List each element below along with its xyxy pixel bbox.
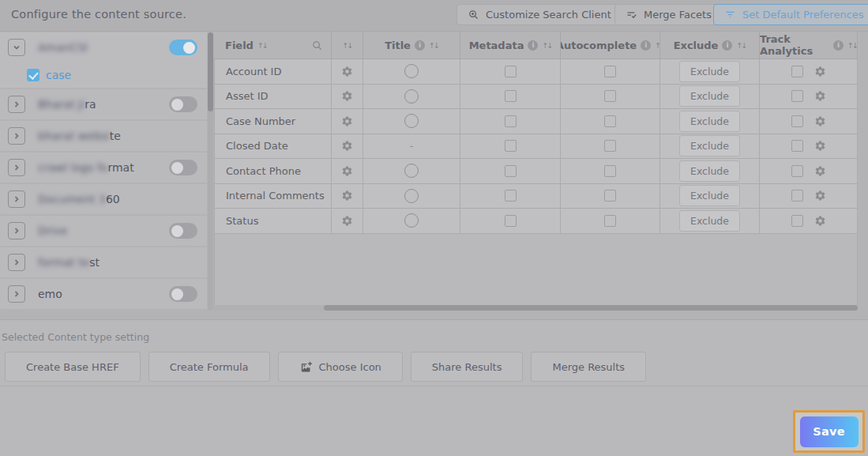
source-enabled-toggle[interactable] [169, 40, 197, 55]
title-radio[interactable] [404, 164, 419, 178]
gear-icon[interactable] [814, 215, 826, 227]
gear-icon[interactable] [814, 190, 826, 202]
sidebar-item-source-2[interactable]: Bharat Jira [0, 89, 207, 119]
chevron-right-icon[interactable] [8, 190, 25, 208]
choose-icon-button[interactable]: Choose Icon [278, 352, 403, 382]
sidebar-item-source-4[interactable]: crawl logs format [0, 153, 207, 183]
horizontal-scrollbar[interactable] [214, 305, 858, 311]
gear-icon[interactable] [814, 115, 826, 127]
chevron-right-icon[interactable] [8, 96, 25, 113]
horizontal-scrollbar-thumb[interactable] [324, 305, 858, 311]
sidebar-item-source-5[interactable]: Document 360 [0, 184, 207, 214]
sort-icon[interactable] [847, 41, 857, 50]
track-analytics-checkbox[interactable] [791, 90, 803, 102]
table-empty-area [214, 234, 858, 305]
gear-icon[interactable] [341, 165, 353, 177]
gear-icon[interactable] [341, 215, 353, 227]
info-icon[interactable] [641, 40, 651, 51]
sort-icon[interactable] [257, 41, 267, 50]
chevron-right-icon[interactable] [8, 159, 25, 176]
gear-icon[interactable] [814, 140, 826, 152]
exclude-button[interactable]: Exclude [679, 160, 740, 182]
metadata-checkbox[interactable] [505, 215, 517, 227]
metadata-checkbox[interactable] [505, 140, 517, 152]
title-radio[interactable] [404, 213, 419, 228]
sidebar-subitem-case[interactable]: case [0, 62, 207, 88]
source-enabled-toggle[interactable] [169, 96, 197, 112]
track-analytics-checkbox[interactable] [791, 66, 803, 77]
exclude-cell: Exclude [660, 59, 760, 85]
share-results-button[interactable]: Share Results [411, 352, 524, 382]
source-enabled-toggle[interactable] [169, 223, 197, 239]
set-default-preferences-button[interactable]: Set Default Preferences [713, 4, 868, 25]
info-icon[interactable] [833, 40, 844, 51]
metadata-checkbox[interactable] [505, 66, 517, 77]
chevron-right-icon[interactable] [8, 127, 25, 145]
track-analytics-checkbox[interactable] [791, 140, 803, 152]
sidebar-item-source-8[interactable]: emo [0, 279, 207, 309]
metadata-checkbox[interactable] [505, 165, 517, 177]
chevron-right-icon[interactable] [8, 285, 25, 303]
info-icon[interactable] [528, 40, 538, 51]
create-base-href-button[interactable]: Create Base HREF [5, 352, 141, 382]
info-icon[interactable] [722, 40, 732, 51]
title-radio[interactable] [404, 64, 419, 78]
search-icon[interactable] [311, 40, 323, 51]
track-analytics-checkbox[interactable] [791, 165, 803, 177]
gear-icon[interactable] [341, 115, 353, 127]
track-analytics-checkbox[interactable] [791, 115, 803, 127]
exclude-button[interactable]: Exclude [679, 185, 740, 206]
sidebar-item-source-6[interactable]: Drive [0, 216, 207, 246]
autocomplete-checkbox[interactable] [604, 140, 616, 152]
exclude-button[interactable]: Exclude [679, 135, 740, 156]
track-analytics-checkbox[interactable] [791, 215, 803, 227]
source-enabled-toggle[interactable] [169, 286, 197, 302]
exclude-button[interactable]: Exclude [679, 111, 740, 132]
autocomplete-checkbox[interactable] [604, 66, 616, 77]
sort-icon[interactable] [655, 41, 660, 50]
chevron-down-icon[interactable] [8, 39, 25, 56]
track-analytics-checkbox[interactable] [791, 190, 803, 202]
track-analytics-cell [760, 85, 858, 110]
gear-icon[interactable] [814, 90, 826, 102]
source-enabled-toggle[interactable] [169, 160, 197, 175]
gear-icon[interactable] [341, 66, 353, 77]
field-name-cell: Status [214, 209, 332, 234]
sidebar-item-source-7[interactable]: format test [0, 247, 207, 277]
save-button[interactable]: Save [800, 416, 859, 447]
sort-icon[interactable] [343, 41, 352, 50]
gear-icon[interactable] [341, 90, 353, 102]
title-radio[interactable] [404, 114, 419, 128]
merge-facets-button[interactable]: Merge Facets [614, 4, 723, 25]
metadata-checkbox[interactable] [505, 190, 517, 202]
exclude-button[interactable]: Exclude [679, 61, 740, 82]
autocomplete-checkbox[interactable] [604, 215, 616, 227]
sort-icon[interactable] [429, 41, 438, 50]
autocomplete-checkbox[interactable] [604, 165, 616, 177]
sort-icon[interactable] [736, 41, 746, 50]
gear-icon[interactable] [341, 190, 353, 202]
metadata-checkbox[interactable] [505, 90, 517, 102]
autocomplete-checkbox[interactable] [604, 190, 616, 202]
autocomplete-checkbox[interactable] [604, 90, 616, 102]
exclude-button[interactable]: Exclude [679, 85, 740, 107]
sidebar-item-source-3[interactable]: bharat website [0, 121, 207, 151]
metadata-checkbox[interactable] [505, 115, 517, 127]
gear-icon[interactable] [341, 140, 353, 152]
chevron-right-icon[interactable] [8, 222, 25, 239]
sort-icon[interactable] [542, 41, 551, 50]
title-radio[interactable] [404, 89, 419, 104]
info-icon[interactable] [415, 40, 425, 51]
title-radio[interactable] [404, 189, 419, 203]
autocomplete-checkbox[interactable] [604, 115, 616, 127]
vertical-scrollbar[interactable] [208, 32, 213, 311]
gear-icon[interactable] [814, 165, 826, 177]
exclude-button[interactable]: Exclude [679, 210, 740, 232]
sidebar-item-source-1[interactable]: AmanCSl [0, 32, 207, 62]
vertical-scrollbar-thumb[interactable] [208, 32, 213, 111]
chevron-right-icon[interactable] [8, 254, 25, 271]
case-checkbox-checked[interactable] [27, 69, 39, 81]
merge-results-button[interactable]: Merge Results [531, 352, 646, 382]
create-formula-button[interactable]: Create Formula [148, 352, 270, 382]
gear-icon[interactable] [814, 66, 826, 77]
